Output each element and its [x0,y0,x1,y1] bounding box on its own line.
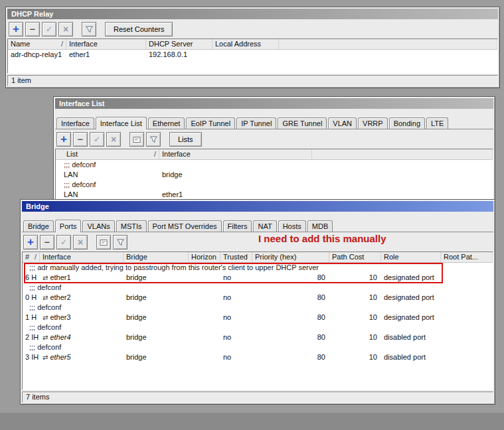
desktop-bottom-band [0,413,504,430]
dhcp-relay-table: Name/ Interface DHCP Server Local Addres… [7,38,498,74]
bridge-port-row[interactable]: 2 IH ⇄ether4 bridge no 80 10 disabled po… [23,332,493,342]
tab-lte[interactable]: LTE [426,117,448,129]
column-header-interface[interactable]: Interface [159,149,312,160]
disable-button[interactable]: × [106,132,121,147]
cell-interface: ether1 [66,50,146,60]
enable-button[interactable]: ✓ [56,235,71,250]
tab-filters[interactable]: Filters [223,220,252,232]
interface-list-toolbar: + − ✓ × Lists [55,129,493,149]
cell-name: adr-dhcp-relay1 [8,50,66,60]
bridge-port-row[interactable]: 6 H ⇄ether1 bridge no 80 10 designated p… [23,273,493,283]
reset-counters-button[interactable]: Reset Counters [105,22,173,36]
cell-bridge: bridge [124,332,189,342]
titlebar-interface-list[interactable]: Interface List [55,98,493,109]
cell-interface: ⇄ether3 [40,313,124,322]
bridge-port-row[interactable]: 0 H ⇄ether2 bridge no 80 10 designated p… [23,293,493,303]
check-icon: ✓ [60,238,67,246]
titlebar-bridge[interactable]: Bridge [22,201,493,212]
tab-vlan[interactable]: VLAN [328,117,357,129]
filter-button[interactable] [82,22,96,36]
list-comment-row[interactable]: ;;; defconf [56,160,493,170]
port-comment-row[interactable]: ;;; adr manually added, trying to passtr… [23,263,493,273]
column-header-dhcp-server[interactable]: DHCP Server [146,39,212,50]
titlebar-dhcp-relay[interactable]: DHCP Relay [7,9,498,19]
column-header-name[interactable]: Name/ [8,39,66,50]
column-header-root-path[interactable]: Root Pat... [441,252,493,263]
lists-button[interactable]: Lists [169,132,202,147]
tab-eoip-tunnel[interactable]: EoIP Tunnel [186,117,235,129]
cell-bridge: bridge [124,313,189,322]
column-header-horizon[interactable]: Horizon [189,252,220,263]
tab-bridge[interactable]: Bridge [23,220,54,232]
tab-mdb[interactable]: MDB [307,220,333,232]
bridge-port-row[interactable]: 3 IH ⇄ether5 bridge no 80 10 disabled po… [23,352,493,362]
tab-ports[interactable]: Ports [55,220,82,232]
enable-button[interactable]: ✓ [90,132,104,147]
list-comment-row[interactable]: ;;; defconf [56,180,493,190]
tab-interface-list[interactable]: Interface List [96,117,147,129]
disable-button[interactable]: × [58,22,73,36]
list-row[interactable]: LAN ether1 [56,190,493,200]
minus-icon: − [78,134,84,144]
disable-button[interactable]: × [73,235,88,250]
comment-button[interactable] [129,132,144,147]
bridge-tabs: Bridge Ports VLANs MSTIs Port MST Overri… [22,212,493,232]
tab-ethernet[interactable]: Ethernet [148,117,185,129]
filter-button[interactable] [146,132,161,147]
tab-mstis[interactable]: MSTIs [116,220,147,232]
column-header-interface[interactable]: Interface [40,252,124,263]
cell-number: 6 H [23,273,40,283]
cell-horizon [189,332,220,342]
port-comment-row[interactable]: ;;; defconf [23,342,493,352]
cell-trusted: no [220,273,252,283]
tab-interface[interactable]: Interface [56,117,94,129]
port-icon: ⇄ [42,275,48,281]
column-header-number[interactable]: #/ [23,252,40,263]
port-comment-row[interactable]: ;;; defconf [23,322,493,332]
column-header-priority[interactable]: Priority (hex) [252,252,329,263]
port-comment-row[interactable]: ;;; defconf [23,303,493,313]
remove-button[interactable]: − [40,235,54,250]
dhcp-relay-row[interactable]: adr-dhcp-relay1 ether1 192.168.0.1 [8,50,497,60]
cell-horizon [189,273,220,283]
status-bar: 7 items [22,392,493,403]
column-header-list[interactable]: List/ [56,149,159,160]
cell-local-address [212,50,279,60]
add-button[interactable]: + [56,132,71,147]
comment-button[interactable] [96,235,111,250]
cell-path-cost: 10 [329,313,381,322]
enable-button[interactable]: ✓ [42,22,56,36]
column-header-path-cost[interactable]: Path Cost [329,252,381,263]
tab-hosts[interactable]: Hosts [278,220,306,232]
column-header-bridge[interactable]: Bridge [124,252,189,263]
list-row[interactable]: LAN bridge [56,170,493,180]
tab-vrrp[interactable]: VRRP [358,117,388,129]
column-header-role[interactable]: Role [381,252,441,263]
add-button[interactable]: + [9,22,23,36]
port-icon: ⇄ [42,334,48,341]
column-header-trusted[interactable]: Trusted [220,252,252,263]
column-header-local-address[interactable]: Local Address [212,39,279,50]
cell-role: disabled port [381,332,441,342]
tab-nat[interactable]: NAT [253,220,276,232]
filter-button[interactable] [113,235,127,250]
cell-role: designated port [381,273,441,283]
plus-icon: + [27,236,34,248]
bridge-port-row[interactable]: 1 H ⇄ether3 bridge no 80 10 designated p… [23,313,493,322]
tab-bonding[interactable]: Bonding [389,117,425,129]
funnel-icon [85,25,94,34]
column-header-interface[interactable]: Interface [66,39,146,50]
port-comment-row[interactable]: ;;; defconf [23,283,493,293]
minus-icon: − [30,24,36,34]
tab-vlans[interactable]: VLANs [82,220,114,232]
tab-gre-tunnel[interactable]: GRE Tunnel [278,117,327,129]
add-button[interactable]: + [23,235,38,250]
remove-button[interactable]: − [25,22,40,36]
cell-interface: bridge [159,170,312,180]
cell-trusted: no [220,313,252,322]
tab-port-mst-overrides[interactable]: Port MST Overrides [148,220,222,232]
cell-priority: 80 [252,293,329,303]
interface-list-tabs: Interface Interface List Ethernet EoIP T… [55,109,493,129]
tab-ip-tunnel[interactable]: IP Tunnel [236,117,276,129]
remove-button[interactable]: − [73,132,88,147]
